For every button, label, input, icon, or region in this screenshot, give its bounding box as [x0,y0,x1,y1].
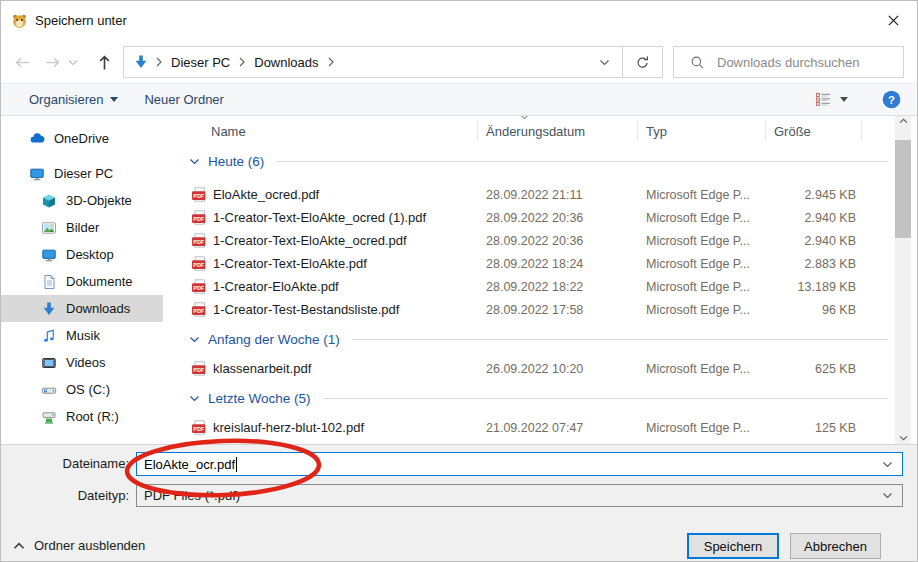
network-drive-icon [41,409,57,425]
sidebar-item-onedrive[interactable]: OneDrive [1,125,163,152]
file-name: PDFkreislauf-herz-blut-102.pdf [186,420,478,435]
breadcrumb-item-downloads[interactable]: Downloads [252,55,320,70]
group-label: Heute (6) [208,154,264,169]
scroll-down-icon[interactable] [895,435,911,441]
pdf-icon: PDF [191,361,207,376]
change-view-button[interactable] [815,92,848,107]
file-row[interactable]: PDFkreislauf-herz-blut-102.pdf21.09.2022… [186,416,894,439]
cancel-button[interactable]: Abbrechen [790,533,881,559]
file-type: Microsoft Edge P... [638,421,766,435]
organize-button[interactable]: Organisieren [29,92,118,107]
search-input[interactable]: Downloads durchsuchen [673,46,904,78]
file-date: 28.09.2022 17:58 [478,303,638,317]
filetype-select[interactable]: PDF Files (*.pdf) [136,484,903,507]
sort-chevron-icon [520,116,529,120]
file-name: PDFklassenarbeit.pdf [186,361,478,376]
file-row[interactable]: PDF1-Creator-Test-Bestandsliste.pdf28.09… [186,298,894,321]
group-header[interactable]: Letzte Woche (5) [186,386,894,410]
up-button[interactable] [91,50,117,74]
close-icon [887,14,900,27]
chevron-down-icon [110,97,118,106]
documents-icon [41,274,57,290]
sidebar-item-label: Desktop [66,247,114,262]
list-view-icon [815,92,832,107]
file-row[interactable]: PDFklassenarbeit.pdf26.09.2022 10:20Micr… [186,357,894,380]
search-placeholder: Downloads durchsuchen [717,55,859,70]
chevron-down-icon [189,158,200,165]
sidebar-item-label: Downloads [66,301,130,316]
scroll-up-icon[interactable] [895,118,911,124]
chevron-right-icon [239,57,245,67]
onedrive-cloud-icon [29,131,45,147]
pdf-icon: PDF [191,302,207,317]
title-bar: Speichern unter [1,1,917,41]
forward-button[interactable] [39,50,65,74]
group-header[interactable]: Heute (6) [186,149,894,173]
hide-folders-button[interactable]: Ordner ausblenden [13,538,145,553]
sidebar-item-downloads[interactable]: Downloads [1,295,163,322]
sidebar-item-label: Videos [66,355,106,370]
address-bar[interactable]: Dieser PC Downloads [123,46,663,78]
back-button[interactable] [9,50,35,74]
chevron-right-icon [328,57,334,67]
sidebar-item-bilder[interactable]: Bilder [1,214,163,241]
file-date: 26.09.2022 10:20 [478,362,638,376]
file-name: PDF1-Creator-EloAkte.pdf [186,279,478,294]
refresh-button[interactable] [622,47,662,77]
sidebar-item-musik[interactable]: Musik [1,322,163,349]
pdf-icon: PDF [191,256,207,271]
help-icon[interactable]: ? [882,90,901,109]
file-row[interactable]: PDFEloAkte_ocred.pdf28.09.2022 21:11Micr… [186,183,894,206]
file-date: 21.09.2022 07:47 [478,421,638,435]
sidebar-item-videos[interactable]: Videos [1,349,163,376]
sidebar-item-3d-objekte[interactable]: 3D-Objekte [1,187,163,214]
chevron-down-icon[interactable] [882,492,893,499]
desktop-icon [41,247,57,263]
breadcrumb-item-dieser-pc[interactable]: Dieser PC [169,55,232,70]
list-scrollbar[interactable] [895,116,911,444]
file-size: 13.189 KB [766,280,862,294]
group-header[interactable]: Anfang der Woche (1) [186,327,894,351]
svg-text:PDF: PDF [193,238,204,244]
downloads-icon [41,301,57,317]
file-row[interactable]: PDF1-Creator-Text-EloAkte.pdf28.09.2022 … [186,252,894,275]
sidebar-item-os-c-[interactable]: OS (C:) [1,376,163,403]
sidebar-item-dieser-pc[interactable]: Dieser PC [1,160,163,187]
column-header-name[interactable]: Name [186,120,478,142]
column-headers: Name Änderungsdatum Typ Größe [186,116,894,146]
column-header-type[interactable]: Typ [638,120,766,142]
scrollbar-thumb[interactable] [895,140,911,238]
chevron-down-icon [189,336,200,343]
file-row[interactable]: PDF1-Creator-Text-EloAkte_ocred (1).pdf2… [186,206,894,229]
file-date: 28.09.2022 18:24 [478,257,638,271]
column-header-date[interactable]: Änderungsdatum [478,120,638,142]
file-size: 2.945 KB [766,188,862,202]
3d-objects-icon [41,193,57,209]
filename-input[interactable]: EloAkte_ocr.pdf [136,452,903,476]
dialog-title: Speichern unter [35,13,127,28]
svg-text:?: ? [888,94,895,106]
chevron-down-icon[interactable] [882,461,893,468]
column-header-size[interactable]: Größe [766,120,862,142]
sidebar-item-dokumente[interactable]: Dokumente [1,268,163,295]
music-icon [41,328,57,344]
save-button[interactable]: Speichern [687,533,779,559]
pdf-icon: PDF [191,279,207,294]
sidebar-item-desktop[interactable]: Desktop [1,241,163,268]
chevron-down-icon [840,97,848,106]
sidebar-item-label: Dieser PC [54,166,113,181]
filename-value: EloAkte_ocr.pdf [144,457,235,472]
recent-locations-button[interactable] [65,50,81,74]
address-dropdown-chevron-icon[interactable] [599,59,610,66]
computer-icon [29,166,45,182]
close-button[interactable] [875,5,911,35]
file-row[interactable]: PDF1-Creator-Text-EloAkte_ocred.pdf28.09… [186,229,894,252]
footer-area: Dateiname: EloAkte_ocr.pdf Dateityp: PDF… [1,444,917,562]
navigation-pane: OneDriveDieser PC3D-ObjekteBilderDesktop… [1,116,184,444]
sidebar-item-label: 3D-Objekte [66,193,132,208]
sidebar-item-root-r-[interactable]: Root (R:) [1,403,163,430]
main-area: OneDriveDieser PC3D-ObjekteBilderDesktop… [1,116,917,444]
new-folder-button[interactable]: Neuer Ordner [144,92,223,107]
file-row[interactable]: PDF1-Creator-EloAkte.pdf28.09.2022 18:22… [186,275,894,298]
sidebar-item-label: Root (R:) [66,409,119,424]
